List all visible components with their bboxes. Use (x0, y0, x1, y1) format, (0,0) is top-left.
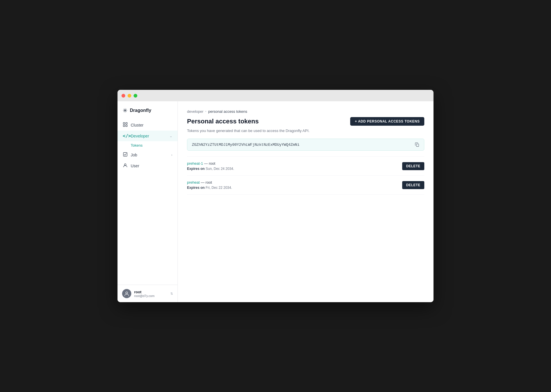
job-chevron-icon: › (171, 153, 172, 157)
token-list: preheat-1 — root Expires on Sun, Dec 24 … (187, 156, 424, 195)
user-chevron-icon: ⇅ (170, 292, 173, 296)
chevron-down-icon: ⌄ (169, 134, 172, 138)
token-info-1: preheat-1 — root Expires on Sun, Dec 24 … (187, 161, 234, 171)
sidebar-sub-developer: Tokens (117, 141, 178, 150)
table-row: preheat — root Expires on Fri, Dec 22 20… (187, 176, 424, 195)
copy-token-button[interactable] (415, 142, 419, 147)
svg-point-6 (126, 292, 128, 294)
user-email: root@d7y.com (134, 294, 167, 298)
sidebar-item-label-cluster: Cluster (131, 123, 143, 127)
logo-icon: ✳ (123, 107, 128, 114)
delete-token-button-2[interactable]: DELETE (402, 181, 424, 189)
logo-text: Dragonfly (130, 108, 151, 113)
main-content: developer • personal access tokens Perso… (178, 101, 434, 302)
cluster-icon (123, 122, 128, 128)
token-expires-1: Expires on Sun, Dec 24 2034. (187, 167, 234, 171)
token-role-separator-1: — (204, 161, 209, 166)
token-role-2: root (205, 180, 212, 185)
token-role-separator-2: — (201, 180, 206, 185)
maximize-button[interactable] (134, 94, 137, 98)
token-value: ZGZhN2YzZTUtMDJlMy00Y2VhLWFjNzktNzExMDUy… (192, 143, 412, 147)
token-expires-2: Expires on Fri, Dec 22 2034. (187, 186, 232, 190)
delete-token-button-1[interactable]: DELETE (402, 162, 424, 170)
token-name-2: preheat — root (187, 180, 232, 185)
logo[interactable]: ✳ Dragonfly (117, 101, 178, 119)
token-role-1: root (209, 161, 215, 166)
user-profile[interactable]: root root@d7y.com ⇅ (117, 285, 178, 302)
token-display-box: ZGZhN2YzZTUtMDJlMy00Y2VhLWFjNzktNzExMDUy… (187, 139, 424, 151)
developer-icon: </> (123, 133, 128, 139)
svg-rect-2 (123, 125, 125, 127)
user-icon (123, 163, 128, 169)
expires-label-1: Expires on (187, 167, 205, 171)
sidebar-item-job[interactable]: Job › (117, 150, 178, 160)
avatar (122, 289, 131, 298)
token-name-link-1[interactable]: preheat-1 (187, 161, 203, 166)
user-info: root root@d7y.com (134, 290, 167, 298)
sidebar-nav: Cluster </> Developer ⌄ Tokens (117, 119, 178, 285)
expires-date-value-1: Sun, Dec 24 2034. (206, 167, 234, 171)
svg-rect-0 (123, 123, 125, 124)
sidebar-item-label-user: User (131, 164, 139, 168)
sidebar-item-user[interactable]: User (117, 160, 178, 171)
sidebar-item-cluster[interactable]: Cluster (117, 120, 178, 131)
svg-point-5 (124, 164, 126, 166)
sidebar-item-tokens[interactable]: Tokens (131, 141, 178, 150)
token-info-2: preheat — root Expires on Fri, Dec 22 20… (187, 180, 232, 190)
job-icon (123, 152, 128, 158)
page-description: Tokens you have generated that can be us… (187, 129, 424, 133)
expires-label-2: Expires on (187, 186, 205, 190)
app-window: ✳ Dragonfly Cluster (117, 90, 434, 302)
breadcrumb-parent: developer (187, 109, 203, 114)
titlebar (117, 90, 434, 101)
breadcrumb-current: personal access tokens (208, 109, 247, 114)
app-body: ✳ Dragonfly Cluster (117, 101, 434, 302)
token-name-1: preheat-1 — root (187, 161, 234, 166)
table-row: preheat-1 — root Expires on Sun, Dec 24 … (187, 156, 424, 176)
close-button[interactable] (122, 94, 125, 98)
add-token-button[interactable]: + ADD PERSONAL ACCESS TOKENS (350, 117, 424, 126)
sidebar: ✳ Dragonfly Cluster (117, 101, 178, 302)
token-name-link-2[interactable]: preheat (187, 180, 200, 185)
user-name: root (134, 290, 167, 294)
page-title: Personal access tokens (187, 118, 259, 125)
breadcrumb-separator: • (205, 109, 207, 114)
sidebar-item-label-job: Job (131, 153, 137, 157)
breadcrumb: developer • personal access tokens (187, 109, 424, 114)
sidebar-item-developer[interactable]: </> Developer ⌄ (117, 131, 178, 141)
svg-rect-7 (417, 144, 419, 147)
sidebar-item-label-developer: Developer (131, 134, 149, 138)
page-header: Personal access tokens + ADD PERSONAL AC… (187, 117, 424, 126)
svg-rect-1 (126, 123, 128, 124)
minimize-button[interactable] (128, 94, 131, 98)
svg-rect-3 (126, 125, 128, 127)
